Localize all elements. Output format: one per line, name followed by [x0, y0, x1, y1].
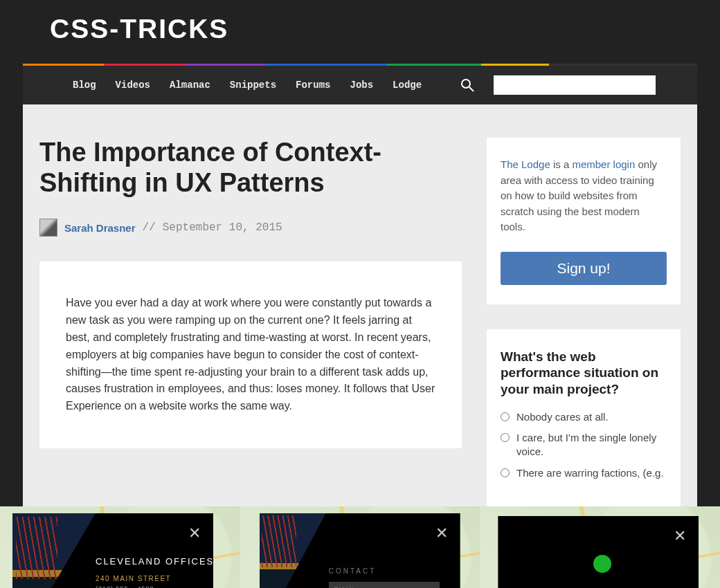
office-address: 240 MAIN STREET [96, 575, 194, 582]
svg-point-0 [462, 80, 470, 88]
nav-lodge[interactable]: Lodge [393, 80, 422, 91]
email-field[interactable] [329, 582, 440, 588]
demo-panels: Cleveland ✕ CLEVELAND OFFICES 240 MAIN S… [0, 506, 720, 588]
author-link[interactable]: Sarah Drasner [64, 222, 136, 234]
nav-snippets[interactable]: Snippets [230, 80, 276, 91]
skyline-graphic [260, 513, 326, 588]
search-input[interactable] [494, 75, 656, 95]
nav-blog[interactable]: Blog [73, 80, 96, 91]
poll-option[interactable]: Nobody cares at all. [501, 410, 667, 424]
demo-panel-info: Cleveland ✕ CLEVELAND OFFICES 240 MAIN S… [0, 506, 240, 588]
poll-option-label: Nobody cares at all. [516, 410, 609, 424]
article-date: September 10, 2015 [163, 221, 282, 234]
lodge-text-mid: is a [550, 158, 573, 170]
nav-jobs[interactable]: Jobs [350, 80, 373, 91]
demo-panel-form: Cleveland ✕ CONTACT SUBMIT ☝ [240, 506, 480, 588]
search-icon[interactable] [460, 78, 474, 92]
poll-option-label: There are warring factions, (e.g. [516, 466, 664, 480]
poll-radio[interactable] [501, 412, 510, 421]
nav-forums[interactable]: Forums [296, 80, 330, 91]
skyline-graphic [12, 513, 96, 588]
demo-panel-loading: Cleveland ✕ 𝙸 [480, 506, 720, 588]
info-card: ✕ CLEVELAND OFFICES 240 MAIN STREET (210… [12, 513, 213, 588]
nav-almanac[interactable]: Almanac [170, 80, 210, 91]
poll-radio[interactable] [501, 433, 510, 442]
poll-radio[interactable] [501, 468, 510, 477]
lodge-description: The Lodge is a member login only area wi… [501, 157, 667, 235]
main-nav: Blog Videos Almanac Snippets Forums Jobs… [23, 66, 697, 104]
close-icon[interactable]: ✕ [674, 529, 686, 544]
byline-separator: // [143, 221, 156, 234]
close-icon[interactable]: ✕ [435, 526, 448, 541]
lodge-link[interactable]: The Lodge [501, 158, 550, 170]
lodge-promo: The Lodge is a member login only area wi… [487, 138, 681, 304]
site-logo[interactable]: CSS-TRICKS [50, 14, 678, 44]
nav-videos[interactable]: Videos [116, 80, 150, 91]
poll-option-label: I care, but I'm the single lonely voice. [516, 431, 667, 459]
svg-line-1 [469, 87, 474, 91]
loading-card: ✕ 𝙸 [498, 516, 699, 588]
author-avatar [39, 219, 57, 237]
poll-option[interactable]: I care, but I'm the single lonely voice. [501, 431, 667, 459]
article-body: Have you ever had a day at work where yo… [39, 261, 462, 448]
article-paragraph: Have you ever had a day at work where yo… [66, 295, 435, 415]
poll-title: What's the web performance situation on … [501, 349, 667, 398]
office-heading: CLEVELAND OFFICES [96, 556, 194, 567]
poll-widget: What's the web performance situation on … [487, 329, 681, 506]
contact-heading: CONTACT [329, 567, 447, 575]
loading-indicator-icon [593, 555, 611, 573]
office-phone: (210) 555 – 4598 [96, 585, 194, 588]
form-card: ✕ CONTACT SUBMIT ☝ [260, 513, 460, 588]
close-icon[interactable]: ✕ [188, 526, 201, 541]
member-login-link[interactable]: member login [572, 158, 635, 170]
signup-button[interactable]: Sign up! [501, 252, 667, 285]
poll-option[interactable]: There are warring factions, (e.g. [501, 466, 667, 480]
article-title: The Importance of Context-Shifting in UX… [39, 138, 462, 198]
